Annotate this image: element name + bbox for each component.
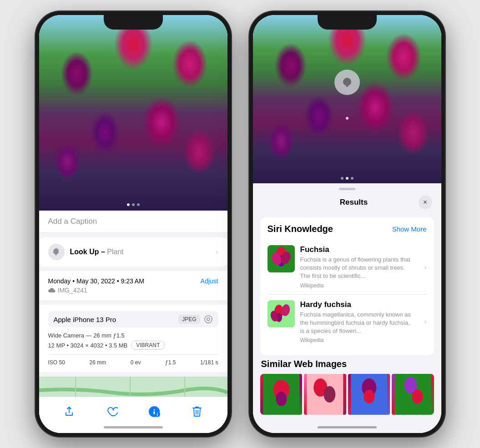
exif-row: ISO 50 26 mm 0 ev ƒ1.5 1/181 s	[48, 354, 218, 366]
meta-section: Monday • May 30, 2022 • 9:23 AM Adjust I…	[39, 271, 227, 300]
svg-rect-8	[154, 411, 155, 414]
phone2-screen: Results × Siri Knowledge Show More	[253, 15, 441, 433]
svg-point-0	[205, 316, 212, 323]
lookup-subject: Plant	[107, 248, 123, 256]
photo-display	[39, 15, 227, 211]
svg-point-25	[276, 392, 287, 406]
dot-2	[132, 203, 135, 206]
share-button[interactable]	[59, 402, 79, 422]
siri-knowledge-section: Siri Knowledge Show More	[260, 217, 434, 355]
svg-point-1	[207, 318, 210, 321]
camera-resolution: 12 MP • 3024 × 4032 • 3.5 MB	[48, 342, 128, 349]
trash-icon	[192, 406, 202, 418]
settings-circle-icon	[204, 315, 213, 324]
fuchsia-source: Wikipedia	[300, 282, 415, 289]
photo-dots	[127, 203, 140, 206]
exif-focal: 26 mm	[89, 359, 106, 366]
meta-date: Monday • May 30, 2022 • 9:23 AM	[48, 277, 144, 285]
lookup-text: Look Up – Plant	[70, 248, 124, 256]
notch-2	[318, 15, 377, 30]
camera-lens: Wide Camera — 26 mm ƒ1.5	[48, 332, 218, 339]
home-indicator-2	[318, 426, 377, 428]
web-img-2-svg	[304, 374, 346, 415]
fuchsia-thumbnail	[268, 245, 295, 272]
web-images-title: Similar Web Images	[260, 359, 434, 369]
share-icon	[64, 406, 75, 417]
vibrant-badge: VIBRANT	[131, 341, 165, 350]
exif-aperture: ƒ1.5	[165, 359, 176, 366]
cloud-icon	[48, 287, 56, 293]
visual-lookup-icon[interactable]	[334, 70, 360, 95]
phone-2: Results × Siri Knowledge Show More	[249, 11, 445, 437]
camera-badges: JPEG	[178, 315, 212, 324]
knowledge-item-hardy-fuchsia[interactable]: Hardy fuchsia Fuchsia magellanica, commo…	[268, 295, 427, 349]
dot-3	[137, 203, 140, 206]
results-sheet: Results × Siri Knowledge Show More	[253, 183, 441, 433]
web-images-grid	[260, 374, 434, 415]
fuchsia-content: Fuchsia Fuchsia is a genus of flowering …	[300, 245, 415, 289]
adjust-button[interactable]: Adjust	[201, 277, 218, 285]
lookup-row[interactable]: Look Up – Plant ›	[39, 237, 227, 267]
svg-point-7	[154, 409, 155, 411]
caption-area[interactable]: Add a Caption	[39, 211, 227, 233]
knowledge-item-fuchsia[interactable]: Fuchsia Fuchsia is a genus of flowering …	[268, 240, 427, 295]
exif-ev: 0 ev	[131, 359, 141, 366]
meta-location: IMG_4241	[48, 287, 218, 294]
svg-point-28	[323, 386, 335, 403]
delete-button[interactable]	[187, 402, 207, 422]
home-indicator	[104, 426, 163, 428]
web-image-3[interactable]	[348, 374, 390, 415]
results-title: Results	[289, 198, 419, 207]
hardy-fuchsia-thumbnail	[268, 300, 295, 327]
photo-dots-2	[341, 177, 354, 180]
fuchsia-thumb-img	[268, 245, 295, 272]
siri-header: Siri Knowledge Show More	[268, 224, 427, 234]
svg-point-34	[412, 389, 423, 404]
hardy-fuchsia-content: Hardy fuchsia Fuchsia magellanica, commo…	[300, 300, 415, 344]
hardy-fuchsia-description: Fuchsia magellanica, commonly known as t…	[300, 311, 415, 336]
info-badge-icon: i	[148, 405, 161, 418]
lookup-chevron-icon: ›	[216, 248, 218, 256]
info-button[interactable]: i	[144, 402, 164, 422]
camera-section: Apple iPhone 13 Pro JPEG Wide Camera — 2…	[39, 305, 227, 372]
camera-model: Apple iPhone 13 Pro	[54, 316, 116, 323]
web-img-1-svg	[260, 374, 303, 415]
phone-1: Add a Caption Look Up – Plant ›	[35, 11, 231, 437]
heart-icon	[106, 406, 118, 417]
web-image-2[interactable]	[304, 374, 346, 415]
dot-1	[127, 203, 130, 206]
camera-model-row: Apple iPhone 13 Pro JPEG	[48, 311, 218, 327]
notch	[104, 15, 163, 30]
web-image-4[interactable]	[392, 374, 434, 415]
web-img-3-svg	[348, 374, 390, 415]
leaf-vlu-icon	[341, 76, 354, 89]
caption-placeholder: Add a Caption	[48, 217, 97, 226]
filename: IMG_4241	[58, 287, 87, 294]
fuchsia-description: Fuchsia is a genus of flowering plants t…	[300, 256, 415, 281]
results-header: Results ×	[253, 190, 441, 214]
lookup-icon	[48, 244, 65, 260]
leaf-icon	[52, 247, 61, 257]
fuchsia-name: Fuchsia	[300, 245, 415, 254]
web-images-section: Similar Web Images	[260, 359, 434, 415]
show-more-button[interactable]: Show More	[392, 225, 427, 233]
camera-res-row: 12 MP • 3024 × 4032 • 3.5 MB VIBRANT	[48, 341, 218, 350]
photo-display-2	[253, 15, 441, 183]
fuchsia-chevron-icon: ›	[424, 263, 426, 271]
svg-point-31	[364, 390, 374, 403]
hardy-fuchsia-chevron-icon: ›	[424, 317, 426, 326]
exif-iso: ISO 50	[48, 359, 65, 366]
svg-text:i: i	[157, 412, 158, 417]
close-button[interactable]: ×	[419, 196, 432, 209]
hardy-fuchsia-name: Hardy fuchsia	[300, 300, 415, 309]
exif-shutter: 1/181 s	[200, 359, 218, 366]
format-badge: JPEG	[178, 315, 200, 324]
favorite-button[interactable]	[102, 402, 122, 422]
hardy-fuchsia-thumb-img	[268, 300, 295, 327]
vlu-dot	[346, 117, 349, 120]
dot-p2-2	[346, 177, 349, 180]
siri-knowledge-title: Siri Knowledge	[268, 224, 333, 234]
hardy-fuchsia-source: Wikipedia	[300, 337, 415, 343]
close-icon: ×	[423, 198, 427, 206]
web-image-1[interactable]	[260, 374, 303, 415]
